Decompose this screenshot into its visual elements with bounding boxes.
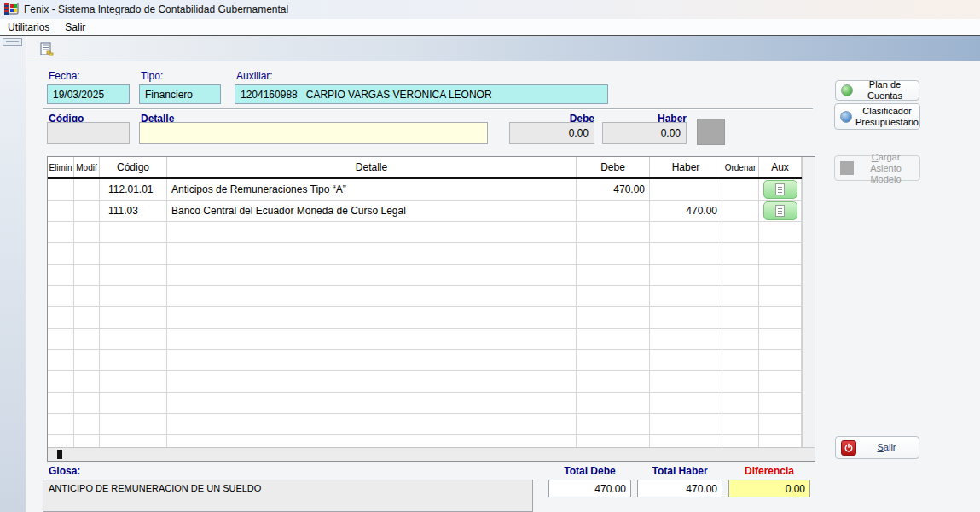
table-row[interactable] (48, 371, 802, 393)
left-panel-strip (0, 36, 26, 512)
table-cell (167, 371, 577, 392)
table-cell (74, 243, 100, 264)
grid-header-row: Elimin Modif Código Detalle Debe Haber O… (48, 157, 802, 179)
table-cell (48, 179, 74, 200)
grid-content: Elimin Modif Código Detalle Debe Haber O… (48, 157, 802, 447)
table-cell (650, 393, 722, 413)
table-cell (100, 265, 167, 285)
total-debe-label: Total Debe (548, 465, 631, 477)
table-row[interactable] (48, 393, 802, 414)
table-cell (100, 371, 167, 392)
table-cell (577, 243, 650, 264)
total-haber-label: Total Haber (637, 465, 722, 477)
table-cell (74, 201, 100, 221)
table-cell: Banco Central del Ecuador Moneda de Curs… (167, 201, 577, 221)
table-cell (74, 286, 100, 306)
table-cell (759, 286, 802, 306)
tipo-input[interactable]: Financiero (139, 84, 221, 104)
plan-de-cuentas-button[interactable]: Plan de Cuentas (835, 80, 919, 101)
table-cell (577, 222, 650, 242)
blue-sphere-icon (840, 111, 852, 123)
table-cell (100, 243, 167, 264)
table-cell (722, 286, 759, 306)
menu-salir[interactable]: Salir (57, 20, 93, 35)
table-cell (74, 329, 100, 349)
table-cell (48, 371, 74, 392)
menu-utilitarios[interactable]: Utilitarios (0, 20, 57, 35)
fecha-input[interactable]: 19/03/2025 (47, 84, 130, 104)
table-cell: 111.03 (100, 201, 167, 221)
table-row[interactable] (48, 286, 802, 307)
table-cell (722, 265, 759, 285)
table-row[interactable] (48, 329, 802, 350)
table-cell (48, 201, 74, 221)
table-cell (577, 329, 650, 349)
table-cell (48, 265, 74, 285)
header-modif: Modif (74, 157, 100, 177)
table-cell (722, 393, 759, 413)
section-divider (43, 108, 813, 110)
glosa-input[interactable]: ANTICIPO DE REMUNERACION DE UN SUELDO (43, 480, 533, 512)
table-row[interactable]: 111.03Banco Central del Ecuador Moneda d… (48, 201, 802, 222)
table-row[interactable] (48, 350, 802, 371)
table-cell (722, 243, 759, 264)
table-cell (650, 179, 722, 200)
table-cell (74, 222, 100, 242)
codigo-input (47, 122, 130, 144)
table-row[interactable] (48, 222, 802, 243)
table-cell (759, 435, 802, 447)
table-cell (48, 222, 74, 242)
header-aux: Aux (759, 157, 802, 177)
table-row[interactable] (48, 307, 802, 329)
table-cell (74, 393, 100, 413)
table-cell (577, 371, 650, 392)
table-cell (759, 265, 802, 285)
table-cell (74, 435, 100, 447)
cargar-asiento-label: Cargar AsientoModelo (857, 152, 914, 185)
entries-grid: Elimin Modif Código Detalle Debe Haber O… (47, 156, 815, 462)
table-cell (100, 307, 167, 328)
table-row[interactable] (48, 243, 802, 265)
table-cell (100, 435, 167, 447)
table-row[interactable] (48, 265, 802, 286)
table-cell (722, 435, 759, 447)
table-cell (48, 329, 74, 349)
table-row[interactable] (48, 414, 802, 435)
table-cell (650, 307, 722, 328)
detalle-input[interactable] (139, 122, 488, 144)
table-cell (167, 350, 577, 370)
copy-document-button[interactable] (38, 40, 56, 59)
salir-button[interactable]: Salir (835, 436, 919, 459)
table-cell (100, 329, 167, 349)
table-cell (722, 329, 759, 349)
table-cell (167, 265, 577, 285)
table-cell (759, 371, 802, 392)
aux-button[interactable] (763, 180, 797, 199)
header-ordenar: Ordenar (722, 157, 759, 177)
gray-square-icon (840, 161, 854, 175)
plan-de-cuentas-label: Plan de Cuentas (856, 79, 913, 102)
panel-grip-handle[interactable] (3, 38, 22, 46)
table-cell (759, 393, 802, 413)
diferencia-label: Diferencia (728, 465, 810, 477)
vertical-scrollbar[interactable] (802, 157, 815, 447)
horizontal-scrollbar[interactable] (48, 447, 815, 461)
table-cell (167, 243, 577, 264)
table-cell (100, 414, 167, 434)
aux-button[interactable] (763, 201, 797, 220)
clasificador-presupuestario-button[interactable]: ClasificadorPresupuestario (834, 103, 920, 130)
table-cell (48, 243, 74, 264)
table-cell (48, 435, 74, 447)
auxiliar-input[interactable]: 1204160988 CARPIO VARGAS VERONICA LEONOR (235, 84, 608, 104)
table-row[interactable] (48, 435, 802, 447)
table-cell (48, 307, 74, 328)
table-cell (167, 414, 577, 434)
header-haber: Haber (650, 157, 722, 177)
scrollbar-thumb[interactable] (57, 450, 62, 459)
table-cell (722, 371, 759, 392)
table-row[interactable]: 112.01.01Anticipos de Remuneraciones Tip… (48, 179, 802, 201)
header-elimin: Elimin (48, 157, 74, 177)
header-debe: Debe (577, 157, 650, 177)
table-cell (650, 222, 722, 242)
menu-bar: Utilitarios Salir (0, 19, 980, 35)
